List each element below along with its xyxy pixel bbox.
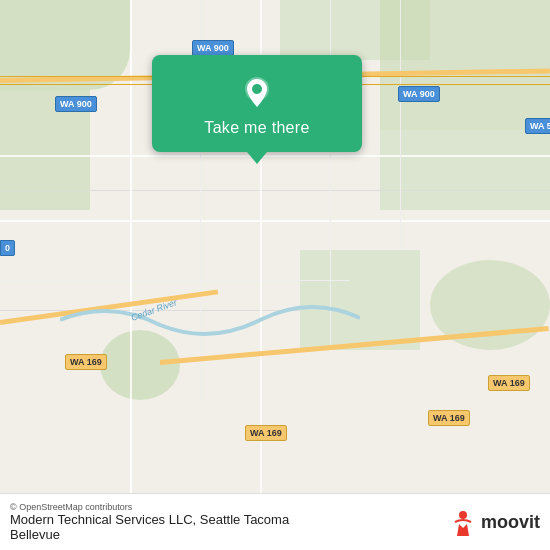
svg-point-1 [252, 84, 262, 94]
bottom-left-info: © OpenStreetMap contributors Modern Tech… [10, 502, 289, 542]
take-me-there-label: Take me there [204, 119, 309, 137]
route-badge-wa900-1: WA 900 [192, 40, 234, 56]
road-h2 [0, 190, 550, 191]
route-badge-wa5: WA 5 [525, 118, 550, 134]
route-badge-wa169-3: WA 169 [428, 410, 470, 426]
road-h1 [0, 155, 550, 157]
route-badge-wa169-1: WA 169 [65, 354, 107, 370]
moovit-logo: moovit [449, 508, 540, 536]
map-container: Cedar River WA 900 WA 900 WA 900 WA 169 … [0, 0, 550, 550]
moovit-text: moovit [481, 512, 540, 533]
bottom-bar: © OpenStreetMap contributors Modern Tech… [0, 493, 550, 550]
green-area-5 [380, 130, 550, 210]
business-name: Modern Technical Services LLC, Seattle T… [10, 512, 289, 542]
moovit-icon [449, 508, 477, 536]
route-badge-wa169-2: WA 169 [245, 425, 287, 441]
road-h3 [0, 220, 550, 222]
take-me-there-popup[interactable]: Take me there [152, 55, 362, 152]
route-badge-partial: 0 [0, 240, 15, 256]
svg-point-2 [459, 511, 467, 519]
cedar-river-svg [60, 280, 360, 360]
route-badge-wa169-4: WA 169 [488, 375, 530, 391]
road-v5 [400, 0, 401, 250]
green-area-4 [380, 0, 550, 130]
location-pin-icon [239, 75, 275, 111]
route-badge-wa900-2: WA 900 [55, 96, 97, 112]
osm-attribution: © OpenStreetMap contributors [10, 502, 289, 512]
route-badge-wa900-3: WA 900 [398, 86, 440, 102]
